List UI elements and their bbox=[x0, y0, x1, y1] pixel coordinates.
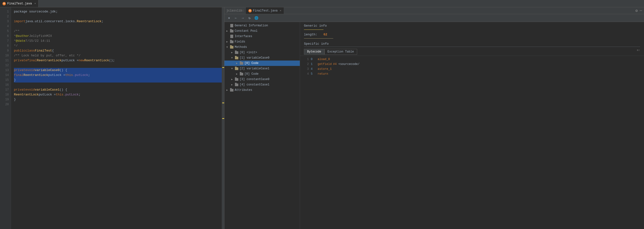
code-token: @author bbox=[16, 34, 29, 39]
length-value: 62 bbox=[324, 33, 327, 36]
tree-item-label: [4] constantCase1 bbox=[240, 83, 269, 86]
tree-item-code0[interactable]: ▶[0] Code bbox=[224, 61, 300, 66]
tree-item-constcase0[interactable]: ▶[3] constantCase0 bbox=[224, 77, 300, 82]
code-token: this bbox=[66, 73, 73, 78]
sort-icon[interactable]: ≡↑ bbox=[637, 49, 640, 55]
detail-panel: Generic info length: 62 Specific info By… bbox=[300, 22, 644, 229]
tree-item-label: [0] Code bbox=[244, 62, 258, 65]
code-token: ReentrantLock bbox=[24, 73, 48, 78]
reload-button[interactable]: ↻ bbox=[247, 15, 252, 21]
bc-offset: 5 bbox=[311, 72, 316, 76]
web-button[interactable]: 🌐 bbox=[254, 15, 259, 21]
editor-tab-close[interactable]: × bbox=[34, 2, 36, 5]
scroll-marker-3 bbox=[222, 118, 224, 119]
bc-instruction: aload_0 bbox=[318, 58, 330, 61]
editor-area: 1234567891011121314151617181920 package … bbox=[0, 7, 224, 229]
code-editor[interactable]: package sourcecode.jdk;import java.util.… bbox=[11, 7, 222, 229]
code-token: ReentrantLock bbox=[76, 19, 101, 24]
bc-args: #4 <sourcecode/ bbox=[333, 63, 360, 66]
code-token: FinalTest bbox=[35, 48, 52, 53]
bc-instruction: return bbox=[318, 72, 328, 76]
tree-folder-icon bbox=[235, 67, 238, 71]
code-token: putLock = bbox=[62, 58, 78, 63]
java-file-icon: G bbox=[2, 2, 6, 5]
code-line: import java.util.concurrent.locks.Reentr… bbox=[14, 19, 222, 24]
code-token: import bbox=[14, 19, 25, 24]
code-line: * @author JellyfishMIX bbox=[14, 34, 222, 39]
tree-arrow-icon: ▶ bbox=[236, 62, 240, 65]
tree-folder-icon bbox=[230, 24, 234, 28]
tree-panel[interactable]: General Information▶Constant PoolInterfa… bbox=[224, 22, 300, 229]
line-number: 13 bbox=[0, 68, 9, 73]
tree-item-varcase0[interactable]: ▼[1] variableCase0 bbox=[224, 55, 300, 61]
tree-folder-icon bbox=[230, 35, 234, 38]
tree-item-fields[interactable]: ▶Fields bbox=[224, 39, 300, 45]
bytecode-tabs: Bytecode Exception Table ≡↑ bbox=[300, 48, 644, 56]
code-token: .putLock bbox=[73, 73, 88, 78]
bytecode-tab[interactable]: Bytecode bbox=[304, 49, 324, 55]
jclass-tab[interactable]: G FinalTest.java × bbox=[246, 7, 284, 14]
generic-info-separator bbox=[304, 30, 324, 30]
tree-arrow-icon: ▼ bbox=[231, 67, 235, 70]
forward-button[interactable]: → bbox=[240, 15, 246, 21]
tree-item-varcase1[interactable]: ▼[2] variableCase1 bbox=[224, 66, 300, 71]
code-token: .putLock bbox=[64, 92, 78, 97]
code-token: ReentrantLock bbox=[14, 92, 38, 97]
tree-item-interfaces[interactable]: Interfaces bbox=[224, 34, 300, 39]
code-line bbox=[14, 14, 222, 19]
tree-folder-icon bbox=[240, 61, 244, 65]
code-token: public bbox=[14, 48, 25, 53]
close-button[interactable]: ✕ bbox=[226, 15, 232, 21]
code-line bbox=[14, 24, 222, 29]
tree-arrow-icon: ▶ bbox=[231, 51, 235, 54]
length-label: length: bbox=[304, 33, 324, 36]
tree-item-pool[interactable]: ▶Constant Pool bbox=[224, 28, 300, 34]
settings-area: ⚙ — bbox=[636, 8, 642, 13]
code-line bbox=[14, 63, 222, 68]
tree-item-constcase1[interactable]: ▶[4] constantCase1 bbox=[224, 82, 300, 87]
settings-icon[interactable]: ⚙ bbox=[636, 8, 638, 13]
editor-tab-finaltestjava[interactable]: G FinalTest.java × bbox=[0, 0, 38, 7]
code-line: package sourcecode.jdk; bbox=[14, 9, 222, 14]
tree-item-label: [2] variableCase1 bbox=[240, 67, 269, 70]
code-token: putLock = bbox=[48, 73, 65, 78]
code-token: (); bbox=[109, 58, 115, 63]
bc-line-num: 1 bbox=[304, 58, 309, 61]
bc-line-num: 4 bbox=[304, 72, 309, 76]
code-line: * @date 7/15/22 14:11 bbox=[14, 39, 222, 44]
tree-folder-icon bbox=[235, 51, 238, 55]
bc-offset: 1 bbox=[311, 63, 316, 66]
tree-item-attributes[interactable]: ▶Attributes bbox=[224, 87, 300, 93]
bytecode-row: 21getfield#4 <sourcecode/ bbox=[304, 62, 640, 67]
length-separator bbox=[304, 38, 333, 39]
tree-item-code1[interactable]: ▶[0] Code bbox=[224, 71, 300, 77]
tree-item-label: [0] <init> bbox=[240, 51, 257, 54]
line-number: 5 bbox=[0, 29, 9, 34]
tree-item-label: Interfaces bbox=[235, 35, 252, 38]
jclass-panel: jclasslib: G FinalTest.java × ⚙ — ✕ ← → … bbox=[224, 7, 644, 229]
code-token: * bbox=[14, 34, 16, 39]
code-line: ○ } bbox=[14, 78, 222, 83]
bytecode-content: 10aload_021getfield#4 <sourcecode/34asto… bbox=[300, 56, 644, 229]
jclass-tab-close[interactable]: × bbox=[280, 9, 282, 12]
tree-folder-icon bbox=[230, 88, 234, 92]
code-token: } bbox=[14, 78, 16, 83]
code-token: */ bbox=[14, 44, 18, 48]
line-number: 20 bbox=[0, 102, 9, 107]
bc-line-num: 3 bbox=[304, 67, 309, 71]
tree-item-methods[interactable]: ▼Methods bbox=[224, 45, 300, 50]
tree-item-init[interactable]: ▶[0] <init> bbox=[224, 50, 300, 55]
code-token: class bbox=[25, 48, 35, 53]
editor-scrollbar[interactable] bbox=[222, 7, 224, 229]
generic-info-title: Generic info bbox=[300, 22, 644, 30]
tree-item-general[interactable]: General Information bbox=[224, 23, 300, 28]
code-token: /** Lock held by put, offer, etc */ bbox=[14, 53, 80, 58]
tree-arrow-icon: ▶ bbox=[226, 30, 230, 33]
back-button[interactable]: ← bbox=[233, 15, 238, 21]
code-line: 💡 private void variableCase0() { bbox=[14, 68, 222, 73]
length-row: length: 62 bbox=[300, 32, 644, 37]
exception-tab[interactable]: Exception Table bbox=[324, 49, 357, 55]
minimize-icon[interactable]: — bbox=[640, 9, 642, 13]
tree-folder-icon bbox=[230, 29, 234, 33]
code-token: 7/15/22 14:11 bbox=[25, 39, 50, 44]
